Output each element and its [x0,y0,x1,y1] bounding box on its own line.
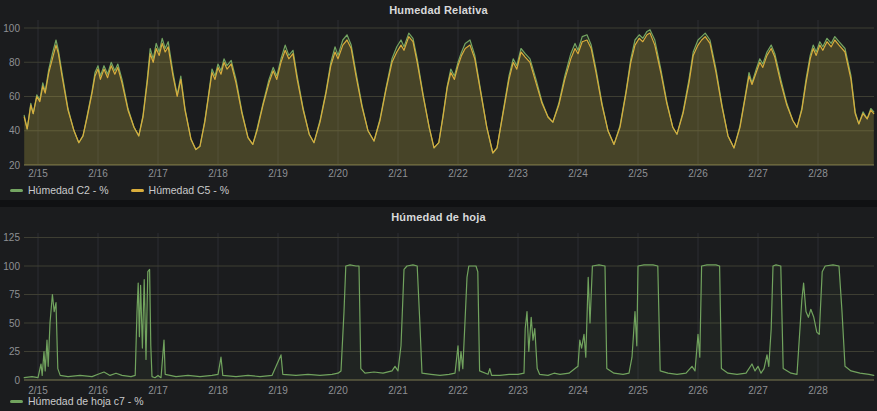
svg-text:100: 100 [3,23,20,34]
svg-text:2/18: 2/18 [208,168,228,179]
series-color-swatch [10,400,23,403]
panel-humedad-relativa: Humedad Relativa 204060801002/152/162/17… [0,0,877,200]
svg-text:2/16: 2/16 [88,168,108,179]
svg-text:75: 75 [9,289,21,300]
legend-humedad-relativa: Húmedad C2 - % Húmedad C5 - % [10,182,229,198]
svg-text:2/27: 2/27 [748,385,768,396]
svg-text:2/17: 2/17 [148,168,168,179]
svg-text:2/18: 2/18 [208,385,228,396]
legend-label: Húmedad C5 - % [149,184,230,196]
svg-text:2/22: 2/22 [448,168,468,179]
svg-text:2/28: 2/28 [808,168,828,179]
svg-text:80: 80 [9,57,21,68]
legend-item-humedad-c5[interactable]: Húmedad C5 - % [131,184,230,196]
svg-text:2/23: 2/23 [508,385,528,396]
legend-label: Húmedad C2 - % [28,184,109,196]
series-color-swatch [10,189,23,192]
svg-text:2/28: 2/28 [808,385,828,396]
grafana-dashboard: { "colors": { "page_bg": "#101113", "pan… [0,0,877,411]
series-color-swatch [131,189,144,192]
svg-text:2/23: 2/23 [508,168,528,179]
svg-text:2/24: 2/24 [568,168,588,179]
svg-text:2/25: 2/25 [628,385,648,396]
svg-text:2/22: 2/22 [448,385,468,396]
svg-text:2/25: 2/25 [628,168,648,179]
panel-humedad-de-hoja: Húmedad de hoja 02550751001252/152/162/1… [0,207,877,411]
svg-text:2/19: 2/19 [268,168,288,179]
svg-text:2/21: 2/21 [388,385,408,396]
svg-text:20: 20 [9,160,21,171]
svg-text:2/20: 2/20 [328,385,348,396]
humedad-de-hoja-plot[interactable]: 02550751001252/152/162/172/182/192/202/2… [0,207,877,398]
svg-text:100: 100 [3,261,20,272]
svg-text:0: 0 [14,375,20,386]
svg-text:2/17: 2/17 [148,385,168,396]
legend-humedad-de-hoja: Húmedad de hoja c7 - % [10,393,144,409]
svg-text:2/26: 2/26 [688,385,708,396]
humedad-relativa-plot[interactable]: 204060801002/152/162/172/182/192/202/212… [0,0,877,182]
svg-text:2/24: 2/24 [568,385,588,396]
svg-text:25: 25 [9,346,21,357]
svg-text:2/26: 2/26 [688,168,708,179]
svg-text:2/27: 2/27 [748,168,768,179]
svg-text:50: 50 [9,318,21,329]
svg-text:2/19: 2/19 [268,385,288,396]
svg-text:2/15: 2/15 [28,168,48,179]
legend-label: Húmedad de hoja c7 - % [28,395,144,407]
svg-text:2/20: 2/20 [328,168,348,179]
legend-item-humedad-hoja-c7[interactable]: Húmedad de hoja c7 - % [10,395,144,407]
svg-text:40: 40 [9,125,21,136]
svg-text:125: 125 [3,232,20,243]
svg-text:60: 60 [9,91,21,102]
svg-text:2/21: 2/21 [388,168,408,179]
legend-item-humedad-c2[interactable]: Húmedad C2 - % [10,184,109,196]
